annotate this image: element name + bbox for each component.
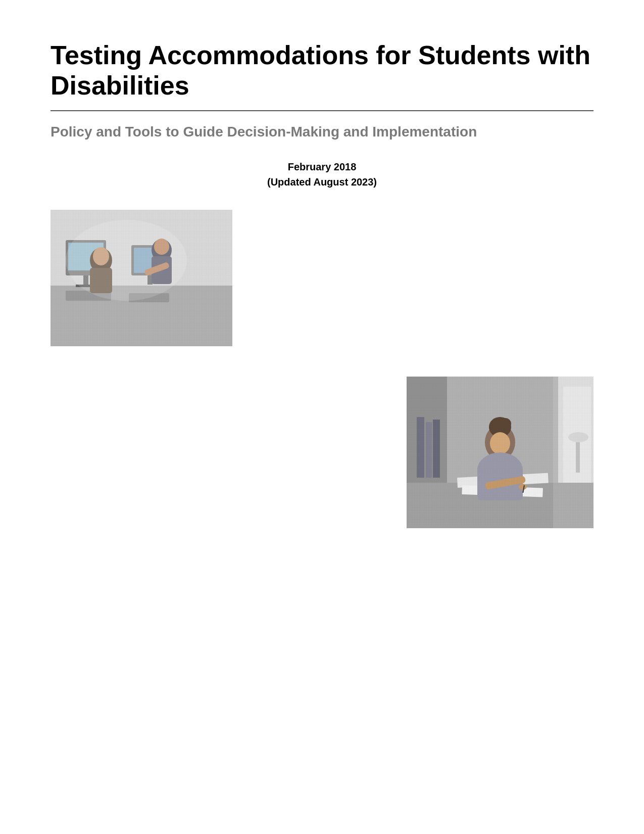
- date-line2: (Updated August 2023): [51, 174, 593, 190]
- image-left-container: [51, 210, 593, 346]
- date-line1: February 2018: [51, 159, 593, 174]
- subtitle: Policy and Tools to Guide Decision-Makin…: [51, 122, 593, 142]
- svg-point-21: [66, 220, 187, 301]
- image-right-container: [51, 377, 593, 528]
- date-block: February 2018 (Updated August 2023): [51, 159, 593, 190]
- title-divider: [51, 110, 593, 111]
- images-container: [51, 210, 593, 528]
- classroom-photo: [51, 210, 232, 346]
- student-writing-photo: [407, 377, 593, 528]
- svg-rect-47: [553, 377, 593, 528]
- main-title: Testing Accommodations for Students with…: [51, 40, 593, 101]
